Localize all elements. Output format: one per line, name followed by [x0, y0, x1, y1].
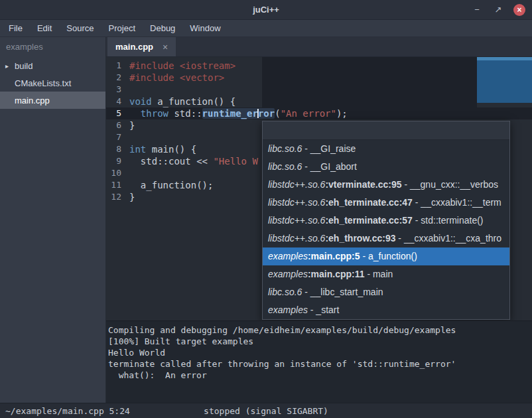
line-number: 11	[106, 179, 126, 191]
maximize-button[interactable]: ↗	[492, 4, 504, 16]
code-editor[interactable]: 123456789101112 #include <iostream>#incl…	[106, 57, 532, 320]
frame-location: :eh_terminate.cc:47	[325, 197, 413, 208]
frame-location: :eh_throw.cc:93	[325, 233, 395, 244]
code-segment: }	[129, 120, 135, 131]
terminal-line: Hello World	[108, 347, 530, 358]
line-number: 1	[106, 60, 126, 72]
frame-function: - a_function()	[360, 251, 417, 261]
tree-item-cmakelists-txt[interactable]: CMakeLists.txt	[0, 74, 105, 92]
code-segment: std::cout <<	[129, 156, 213, 167]
debug-overlay-panel	[262, 57, 477, 107]
backtrace-item[interactable]: libc.so.6 - __GI_abort	[263, 158, 509, 176]
tree-item-label: CMakeLists.txt	[15, 78, 71, 88]
window-controls: − ↗ ×	[471, 0, 525, 19]
line-number: 10	[106, 167, 126, 179]
project-name: examples	[0, 37, 105, 57]
code-segment: ror	[258, 108, 275, 119]
menu-item-edit[interactable]: Edit	[30, 20, 59, 37]
tree-item-build[interactable]: ▸build	[0, 57, 105, 74]
frame-function: - __cxxabiv1::__cxa_thro	[395, 233, 501, 244]
line-number: 8	[106, 143, 126, 155]
frame-function: - __gnu_cxx::__verbos	[402, 179, 499, 190]
code-segment: a_function();	[129, 180, 213, 190]
tree-item-main-cpp[interactable]: main.cpp	[0, 92, 105, 109]
backtrace-item[interactable]: examples:main.cpp:11 - main	[263, 265, 509, 283]
frame-library: libstdc++.so.6	[268, 233, 325, 244]
menu-bar: FileEditSourceProjectDebugWindow	[0, 20, 532, 37]
code-segment: "An error"	[281, 108, 336, 119]
backtrace-item[interactable]: libstdc++.so.6:eh_terminate.cc:57 - std:…	[263, 212, 509, 230]
frame-function: - main	[365, 269, 393, 279]
backtrace-item[interactable]: libc.so.6 - __GI_raise	[263, 140, 509, 158]
frame-library: libstdc++.so.6	[268, 179, 325, 190]
backtrace-popup-header	[263, 121, 509, 140]
frame-location: :main.cpp:11	[308, 269, 365, 279]
backtrace-item[interactable]: libc.so.6 - __libc_start_main	[263, 283, 509, 301]
window-title: juCi++	[253, 5, 279, 15]
frame-location: :eh_terminate.cc:57	[325, 215, 413, 226]
code-segment: <iostream>	[180, 60, 235, 71]
line-number: 12	[106, 191, 126, 203]
tab-main-cpp[interactable]: main.cpp ×	[107, 37, 176, 56]
line-number: 7	[106, 131, 126, 143]
frame-function: - __GI_raise	[302, 143, 356, 154]
menu-item-debug[interactable]: Debug	[143, 20, 182, 37]
status-file-position: ~/examples/main.cpp 5:24	[5, 406, 130, 416]
tree-item-label: main.cpp	[15, 96, 50, 105]
backtrace-list: libc.so.6 - __GI_raiselibc.so.6 - __GI_a…	[263, 140, 509, 319]
code-segment: runtime_er	[202, 108, 258, 119]
menu-item-project[interactable]: Project	[101, 20, 143, 37]
terminal-line: terminate called after throwing an insta…	[108, 358, 530, 370]
backtrace-item[interactable]: libstdc++.so.6:eh_terminate.cc:47 - __cx…	[263, 194, 509, 212]
minimize-button[interactable]: −	[471, 4, 483, 16]
frame-library: libc.so.6	[268, 161, 302, 172]
chevron-right-icon[interactable]: ▸	[5, 62, 15, 70]
close-button[interactable]: ×	[513, 4, 525, 16]
menu-item-file[interactable]: File	[1, 20, 30, 37]
frame-library: libstdc++.so.6	[268, 197, 325, 208]
frame-function: - __GI_abort	[302, 161, 357, 172]
app-window: juCi++ − ↗ × FileEditSourceProjectDebugW…	[0, 0, 532, 418]
line-number-gutter: 123456789101112	[106, 57, 126, 320]
line-number: 3	[106, 84, 126, 96]
backtrace-item[interactable]: libstdc++.so.6:eh_throw.cc:93 - __cxxabi…	[263, 230, 509, 247]
editor-column: main.cpp × 123456789101112 #include <ios…	[106, 37, 532, 403]
code-segment: int	[129, 144, 146, 155]
backtrace-item[interactable]: examples - _start	[263, 301, 509, 319]
frame-function: - __libc_start_main	[302, 287, 383, 297]
menu-item-window[interactable]: Window	[182, 20, 228, 37]
code-segment: <vector>	[180, 72, 224, 83]
tab-label: main.cpp	[115, 42, 153, 52]
sidebar: examples ▸buildCMakeLists.txtmain.cpp	[0, 37, 106, 403]
code-segment: #include	[129, 60, 180, 71]
frame-function: - std::terminate()	[413, 215, 484, 226]
line-number: 9	[106, 155, 126, 167]
backtrace-item[interactable]: libstdc++.so.6:vterminate.cc:95 - __gnu_…	[263, 176, 509, 194]
menu-item-source[interactable]: Source	[59, 20, 101, 37]
tab-bar: main.cpp ×	[106, 37, 532, 57]
status-bar: stopped (signal SIGABRT) ~/examples/main…	[0, 403, 532, 418]
frame-library: examples	[268, 269, 308, 279]
code-segment: }	[129, 192, 135, 202]
terminal-line: [100%] Built target examples	[108, 336, 530, 347]
code-segment: main() {	[146, 144, 196, 155]
code-segment: (	[275, 108, 280, 119]
debug-info-panel	[477, 57, 532, 103]
code-line[interactable]: throw std::runtime_error("An error");	[126, 107, 532, 119]
backtrace-item[interactable]: examples:main.cpp:5 - a_function()	[263, 247, 509, 265]
frame-function: - __cxxabiv1::__term	[413, 197, 501, 208]
frame-library: libstdc++.so.6	[268, 215, 325, 226]
line-number: 4	[106, 96, 126, 107]
code-segment: );	[336, 108, 348, 119]
frame-location: :vterminate.cc:95	[325, 179, 401, 190]
frame-library: libc.so.6	[268, 143, 302, 154]
code-segment	[129, 108, 141, 119]
terminal-output[interactable]: Compiling and debugging /home/eidheim/ex…	[106, 320, 532, 403]
titlebar[interactable]: juCi++ − ↗ ×	[0, 0, 532, 20]
frame-location: :main.cpp:5	[308, 251, 360, 261]
frame-function: - _start	[308, 305, 339, 315]
tab-close-icon[interactable]: ×	[163, 42, 168, 52]
tree-item-label: build	[15, 61, 33, 71]
terminal-line: Compiling and debugging /home/eidheim/ex…	[108, 324, 530, 336]
terminal-line: what(): An error	[108, 370, 530, 381]
